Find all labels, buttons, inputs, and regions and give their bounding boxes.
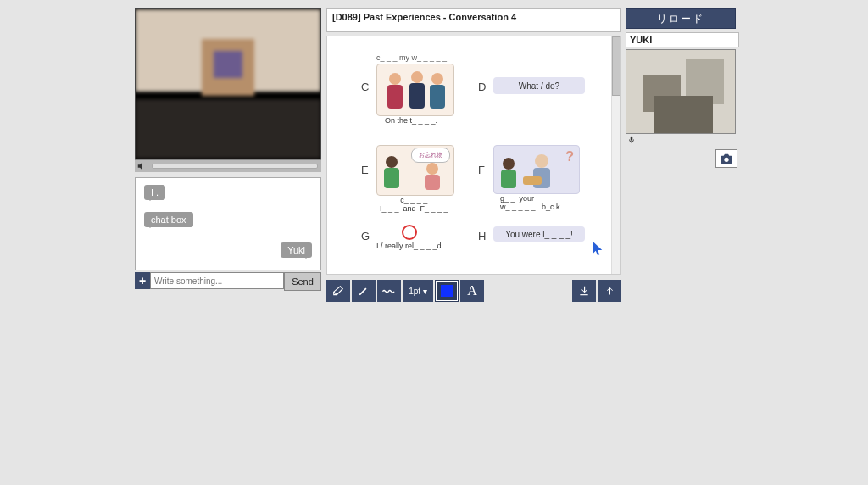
cell-letter: H: [478, 230, 486, 242]
camera-icon: [720, 153, 733, 164]
tutor-video: [135, 8, 321, 159]
color-picker-button[interactable]: [435, 280, 459, 302]
cell-caption: c_ _ _ _ I_ _ _ and F_ _ _ _: [380, 196, 448, 213]
slide-scroll-thumb[interactable]: [612, 36, 620, 96]
snapshot-button[interactable]: [715, 149, 737, 168]
cursor-icon: [590, 238, 605, 257]
cell-letter: D: [478, 81, 486, 93]
download-button[interactable]: [572, 280, 596, 302]
self-video: [626, 49, 736, 134]
eraser-button[interactable]: [326, 280, 350, 302]
cell-image: お忘れ物: [376, 145, 454, 196]
tutor-audio-bar: [135, 159, 321, 172]
cell-caption: On the t_ _ _ _.: [385, 116, 437, 125]
self-audio-bar: [626, 134, 736, 146]
cell-hint: What / do?: [493, 77, 585, 94]
cell-image: ?: [493, 145, 580, 194]
mic-icon: [627, 136, 636, 144]
color-swatch-icon: [441, 285, 453, 297]
lesson-title: [D089] Past Experiences - Conversation 4: [326, 8, 621, 32]
speech-bubble: お忘れ物: [411, 148, 450, 163]
wave-line-button[interactable]: [377, 280, 401, 302]
chat-log: I . chat box Yuki: [135, 177, 321, 270]
whiteboard-toolbar: 1pt ▾ A: [326, 280, 621, 302]
pencil-button[interactable]: [352, 280, 376, 302]
cell-hint: You were l_ _ _ _!: [493, 226, 585, 242]
cell-letter: G: [361, 230, 370, 242]
circle-marker-icon: [402, 225, 417, 240]
cell-letter: E: [361, 164, 369, 176]
question-mark-icon: ?: [565, 149, 574, 164]
tutor-volume-slider[interactable]: [152, 164, 318, 169]
cell-caption: I / really rel_ _ _ _d: [376, 242, 442, 250]
chat-send-button[interactable]: Send: [284, 272, 321, 291]
upload-button[interactable]: [598, 280, 621, 302]
reload-button[interactable]: リロード: [626, 8, 736, 29]
speaker-icon: [136, 160, 148, 172]
stroke-width-button[interactable]: 1pt ▾: [403, 280, 433, 302]
cell-caption: g_ _ your w_ _ _ _ _ b_c k: [500, 194, 560, 211]
cell-caption: c_ _ _ my w_ _ _ _ _: [376, 53, 447, 62]
chat-add-button[interactable]: +: [135, 272, 150, 289]
self-username: YUKI: [626, 32, 739, 47]
cell-letter: F: [478, 164, 485, 176]
text-tool-button[interactable]: A: [460, 280, 484, 302]
cell-letter: C: [361, 81, 369, 93]
cell-image: [376, 64, 454, 116]
chat-input[interactable]: [150, 272, 284, 289]
slide-area[interactable]: C c_ _ _ my w_ _ _ _ _ On the t_ _ _ _. …: [326, 36, 621, 275]
